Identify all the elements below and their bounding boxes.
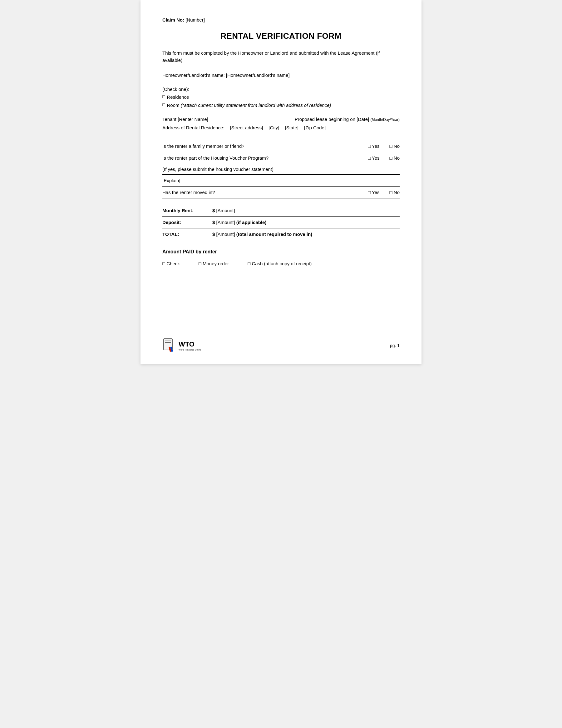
total-dollar: $ bbox=[212, 232, 215, 237]
check-checkbox[interactable]: □ Check bbox=[162, 261, 180, 266]
deposit-dollar: $ bbox=[212, 220, 215, 225]
claim-no-label: Claim No: bbox=[162, 17, 184, 22]
no-family-checkbox[interactable]: □ No bbox=[390, 143, 400, 149]
financial-section: Monthly Rent: $ [Amount] Deposit: $ [Amo… bbox=[162, 205, 400, 240]
address-label: Address of Rental Residence: bbox=[162, 125, 224, 130]
checkbox-residence-symbol: □ bbox=[162, 94, 165, 99]
deposit-note: (if applicable) bbox=[236, 220, 267, 225]
yes-no-moved-in: □ Yes □ No bbox=[350, 190, 400, 195]
checkbox-room[interactable]: □ Room (*attach current utility statemen… bbox=[162, 102, 400, 108]
total-note: (total amount required to move in) bbox=[236, 232, 312, 237]
landlord-label: Homeowner/Landlord's name: bbox=[162, 72, 225, 78]
address-state: [State] bbox=[285, 125, 298, 130]
address-zip: [Zip Code] bbox=[304, 125, 326, 130]
tenant-label: Tenant: bbox=[162, 117, 178, 122]
claim-no-value: [Number] bbox=[186, 17, 205, 22]
deposit-amount: [Amount] bbox=[216, 220, 235, 225]
explain-label: [Explain] bbox=[162, 178, 181, 183]
amount-paid-title: Amount PAID by renter bbox=[162, 249, 400, 255]
tenant-right: Proposed lease beginning on [Date] (Mont… bbox=[295, 117, 400, 122]
checkbox-room-label: Room (*attach current utility statement … bbox=[167, 102, 331, 108]
landlord-name-row: Homeowner/Landlord's name: [Homeowner/La… bbox=[162, 72, 400, 78]
questions-section: Is the renter a family member or friend?… bbox=[162, 140, 400, 198]
payment-check[interactable]: □ Check bbox=[162, 261, 180, 266]
deposit-row: Deposit: $ [Amount] (if applicable) bbox=[162, 217, 400, 228]
landlord-value: [Homeowner/Landlord's name] bbox=[226, 72, 290, 78]
yes-no-family: □ Yes □ No bbox=[350, 143, 400, 149]
voucher-note: (If yes, please submit the housing vouch… bbox=[162, 164, 400, 175]
monthly-rent-row: Monthly Rent: $ [Amount] bbox=[162, 205, 400, 217]
money-order-checkbox[interactable]: □ Money order bbox=[199, 261, 229, 266]
no-voucher-checkbox[interactable]: □ No bbox=[390, 155, 400, 161]
logo-text-group: WTO Word Templates Online bbox=[179, 340, 202, 351]
deposit-label: Deposit: bbox=[162, 220, 212, 225]
total-label: TOTAL: bbox=[162, 232, 212, 237]
svg-rect-3 bbox=[165, 344, 169, 344]
logo-subtext: Word Templates Online bbox=[179, 349, 202, 351]
lease-label: Proposed lease beginning on bbox=[295, 117, 355, 122]
payment-options: □ Check □ Money order □ Cash (attach cop… bbox=[162, 258, 400, 269]
footer: WTO Word Templates Online pg. 1 bbox=[162, 338, 400, 353]
monthly-rent-label: Monthly Rent: bbox=[162, 208, 212, 213]
total-value: $ [Amount] (total amount required to mov… bbox=[212, 232, 312, 237]
no-voucher[interactable]: □ No bbox=[390, 155, 400, 161]
yes-family-checkbox[interactable]: □ Yes bbox=[368, 143, 379, 149]
monthly-rent-amount: [Amount] bbox=[216, 208, 235, 213]
check-one-section: (Check one): □ Residence □ Room (*attach… bbox=[162, 87, 400, 108]
logo-brand: WTO bbox=[179, 340, 195, 348]
address-city: [City] bbox=[269, 125, 279, 130]
payment-cash[interactable]: □ Cash (attach copy of receipt) bbox=[248, 261, 311, 266]
no-moved-in-checkbox[interactable]: □ No bbox=[390, 190, 400, 195]
logo-icon bbox=[162, 338, 177, 353]
total-row: TOTAL: $ [Amount] (total amount required… bbox=[162, 228, 400, 240]
deposit-value: $ [Amount] (if applicable) bbox=[212, 220, 266, 225]
svg-rect-1 bbox=[165, 341, 171, 341]
checkbox-residence[interactable]: □ Residence bbox=[162, 94, 400, 100]
monthly-rent-value: $ [Amount] bbox=[212, 208, 235, 213]
address-row: Address of Rental Residence: [Street add… bbox=[162, 125, 400, 130]
explain-row: [Explain] bbox=[162, 175, 400, 187]
page-number: pg. 1 bbox=[390, 343, 400, 348]
yes-moved-in-checkbox[interactable]: □ Yes bbox=[368, 190, 379, 195]
checkbox-residence-label: Residence bbox=[167, 94, 189, 100]
lease-date: [Date] bbox=[356, 117, 369, 122]
yes-voucher-checkbox[interactable]: □ Yes bbox=[368, 155, 379, 161]
tenant-value: [Renter Name] bbox=[178, 117, 208, 122]
intro-text: This form must be completed by the Homeo… bbox=[162, 50, 400, 64]
monthly-rent-dollar: $ bbox=[212, 208, 215, 213]
voucher-note-text: (If yes, please submit the housing vouch… bbox=[162, 167, 274, 172]
yes-moved-in[interactable]: □ Yes bbox=[368, 190, 379, 195]
form-title: RENTAL VERIFICATION FORM bbox=[162, 31, 400, 41]
claim-no: Claim No: [Number] bbox=[162, 17, 400, 22]
total-amount: [Amount] bbox=[216, 232, 235, 237]
logo-area: WTO Word Templates Online bbox=[162, 338, 202, 353]
cash-checkbox[interactable]: □ Cash (attach copy of receipt) bbox=[248, 261, 311, 266]
amount-paid-section: Amount PAID by renter □ Check □ Money or… bbox=[162, 249, 400, 269]
date-format: (Month/Day/Year) bbox=[370, 117, 400, 122]
yes-no-voucher: □ Yes □ No bbox=[350, 155, 400, 161]
page: Claim No: [Number] RENTAL VERIFICATION F… bbox=[141, 0, 421, 364]
payment-money-order[interactable]: □ Money order bbox=[199, 261, 229, 266]
checkbox-room-symbol: □ bbox=[162, 102, 165, 107]
no-moved-in[interactable]: □ No bbox=[390, 190, 400, 195]
yes-family[interactable]: □ Yes bbox=[368, 143, 379, 149]
check-one-label: (Check one): bbox=[162, 87, 400, 92]
tenant-left: Tenant:[Renter Name] bbox=[162, 117, 208, 122]
question-row-housing-voucher: Is the renter part of the Housing Vouche… bbox=[162, 152, 400, 164]
question-family-text: Is the renter a family member or friend? bbox=[162, 143, 350, 149]
address-street: [Street address] bbox=[230, 125, 263, 130]
yes-voucher[interactable]: □ Yes bbox=[368, 155, 379, 161]
tenant-row: Tenant:[Renter Name] Proposed lease begi… bbox=[162, 117, 400, 122]
question-row-family: Is the renter a family member or friend?… bbox=[162, 140, 400, 152]
question-voucher-text: Is the renter part of the Housing Vouche… bbox=[162, 155, 350, 161]
question-row-moved-in: Has the renter moved in? □ Yes □ No bbox=[162, 187, 400, 198]
no-family[interactable]: □ No bbox=[390, 143, 400, 149]
question-moved-in-text: Has the renter moved in? bbox=[162, 190, 350, 195]
address-fields: [Street address] [City] [State] [Zip Cod… bbox=[230, 125, 326, 130]
svg-rect-2 bbox=[165, 342, 171, 343]
